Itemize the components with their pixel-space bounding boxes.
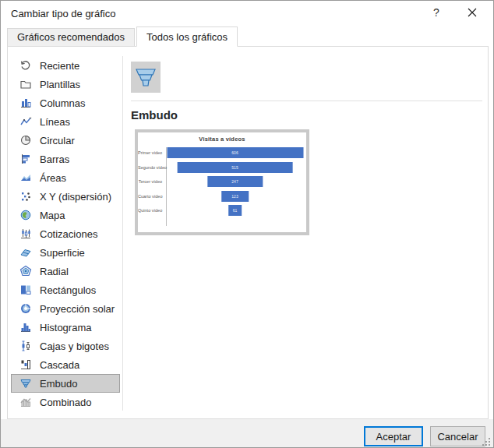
sidebar-item-plantillas[interactable]: Plantillas [11,75,120,93]
waterfall-icon [19,358,32,371]
sidebar-item-cotizaciones[interactable]: Cotizaciones [11,224,120,243]
sidebar-item-label: Proyección solar [40,303,115,315]
funnel-plot-cell: 606 [167,147,303,158]
data-label: 61 [233,208,238,213]
templates-icon [19,78,32,90]
funnel-bar: 123 [221,191,249,202]
stock-icon [19,228,32,240]
sidebar-item-label: Cascada [40,359,79,371]
funnel-plot-cell: 123 [167,191,303,202]
sidebar-item-barras[interactable]: Barras [11,150,120,168]
sidebar-item-lineas[interactable]: Líneas [11,112,120,131]
map-icon [19,209,32,221]
change-chart-type-dialog: Cambiar tipo de gráfico ? Gráficos recom… [0,0,494,448]
data-label: 247 [231,179,238,184]
funnel-bar: 606 [167,147,303,158]
sidebar-item-label: Mapa [40,210,65,221]
sidebar-item-label: Columnas [40,97,86,109]
scatter-icon [19,190,32,203]
title-bar: Cambiar tipo de gráfico ? [1,1,493,26]
funnel-plot-cell: 61 [167,205,303,216]
sidebar-item-xy-dispersion[interactable]: X Y (dispersión) [11,187,120,206]
category-label: Segundo vídeo [138,165,164,170]
close-icon [468,8,477,17]
all-charts-panel: Reciente Plantillas Columnas Líneas Circ… [7,46,489,419]
help-button[interactable]: ? [423,1,450,24]
sidebar-item-label: Radial [40,266,69,277]
funnel-plot-cell: 247 [167,176,303,187]
funnel-bar: 247 [207,176,263,187]
sidebar-item-columnas[interactable]: Columnas [11,93,120,112]
funnel-icon [19,377,32,390]
chart-title: Visitas a vídeos [138,136,306,143]
chart-type-list: Reciente Plantillas Columnas Líneas Circ… [9,56,122,411]
sidebar-item-superficie[interactable]: Superficie [11,243,120,262]
sidebar-item-label: Superficie [40,247,85,259]
funnel-thumbnail-icon [134,65,157,89]
sidebar-item-label: X Y (dispersión) [40,191,111,203]
recent-icon [19,59,32,72]
sidebar-item-proyeccion-solar[interactable]: Proyección solar [11,299,120,318]
sidebar-item-label: Embudo [40,378,77,390]
sunburst-icon [19,302,32,315]
boxwhisker-icon [19,340,32,352]
sidebar-item-label: Plantillas [40,79,80,90]
category-label: Tercer vídeo [138,179,164,184]
sidebar-item-label: Histograma [40,322,91,333]
sidebar-item-mapa[interactable]: Mapa [11,206,120,224]
radar-icon [19,265,32,277]
funnel-rows: Primer vídeo606Segundo vídeo515Tercer ví… [138,146,303,218]
sidebar-item-label: Cajas y bigotes [40,340,109,352]
plot-area: Primer vídeo606Segundo vídeo515Tercer ví… [138,146,303,228]
cancel-button[interactable]: Cancelar [430,426,485,446]
sidebar-item-label: Reciente [40,60,79,72]
detail-separator [131,101,482,101]
sidebar-item-label: Circular [40,135,75,146]
sidebar-item-cascada[interactable]: Cascada [11,355,120,374]
dialog-title: Cambiar tipo de gráfico [11,8,115,19]
funnel-plot-cell: 515 [167,162,303,173]
funnel-row: Primer vídeo606 [138,146,303,161]
sidebar-item-label: Combinado [40,397,92,408]
sidebar-item-areas[interactable]: Áreas [11,168,120,187]
sidebar-item-radial[interactable]: Radial [11,262,120,280]
sidebar-item-reciente[interactable]: Reciente [11,56,120,75]
sidebar-item-cajas-y-bigotes[interactable]: Cajas y bigotes [11,337,120,355]
tab-todos-los-graficos[interactable]: Todos los gráficos [136,26,238,47]
sidebar-item-histograma[interactable]: Histograma [11,318,120,337]
funnel-variant-thumbnail[interactable] [131,62,161,93]
help-icon: ? [433,6,439,19]
funnel-row: Segundo vídeo515 [138,161,303,175]
columns-icon [19,97,32,109]
funnel-bar: 61 [228,205,242,216]
tab-graficos-recomendados[interactable]: Gráficos recomendados [7,28,135,47]
sidebar-separator [122,56,123,411]
chart-preview[interactable]: Visitas a vídeos Primer vídeo606Segundo … [135,129,309,235]
sidebar-item-rectangulos[interactable]: Rectángulos [11,280,120,299]
resize-grip[interactable] [482,437,491,446]
lines-icon [19,115,32,128]
sidebar-item-label: Rectángulos [40,284,96,296]
accept-button[interactable]: Aceptar [364,426,423,446]
bars-icon [19,153,32,165]
close-button[interactable] [459,1,485,24]
funnel-row: Quinto vídeo61 [138,203,303,218]
data-label: 515 [231,165,238,170]
funnel-bar: 515 [177,162,293,173]
data-label: 606 [231,150,238,155]
sidebar-item-embudo[interactable]: Embudo [11,374,120,393]
sidebar-item-combinado[interactable]: Combinado [11,393,120,411]
chart-type-heading: Embudo [131,108,178,122]
sidebar-item-label: Líneas [40,116,70,128]
surface-icon [19,246,32,259]
funnel-row: Tercer vídeo247 [138,175,303,189]
sidebar-item-label: Barras [40,153,69,165]
data-label: 123 [231,194,238,199]
funnel-row: Cuarto vídeo123 [138,189,303,204]
category-label: Quinto vídeo [138,208,164,213]
sidebar-item-circular[interactable]: Circular [11,131,120,150]
category-label: Cuarto vídeo [138,194,164,199]
tab-strip: Gráficos recomendados Todos los gráficos [7,30,239,47]
combo-icon [19,396,32,408]
treemap-icon [19,284,32,296]
